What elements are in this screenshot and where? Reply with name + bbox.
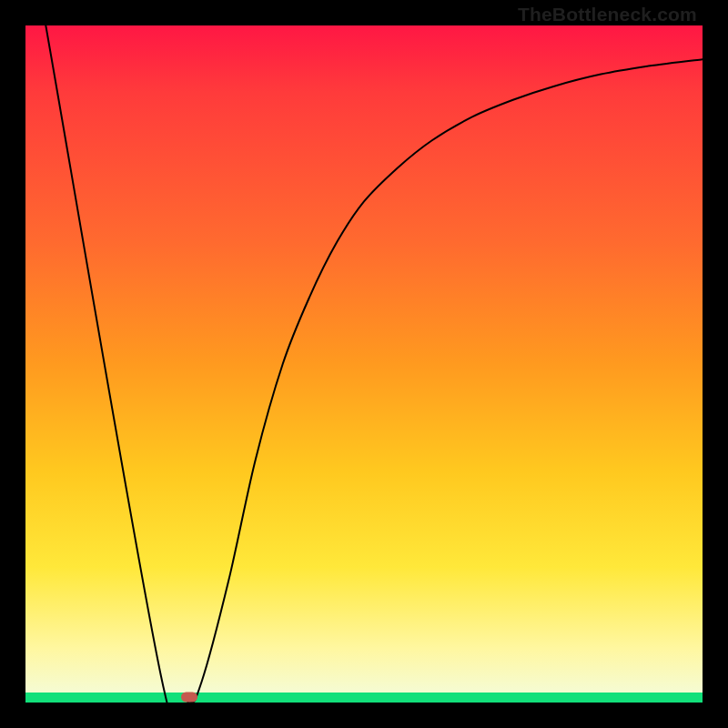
- optimal-marker: [181, 693, 197, 703]
- plot-area: [25, 25, 703, 703]
- curve-path: [46, 25, 703, 703]
- watermark-text: TheBottleneck.com: [518, 4, 697, 25]
- bottleneck-curve: [25, 25, 703, 703]
- chart-frame: TheBottleneck.com: [0, 0, 728, 728]
